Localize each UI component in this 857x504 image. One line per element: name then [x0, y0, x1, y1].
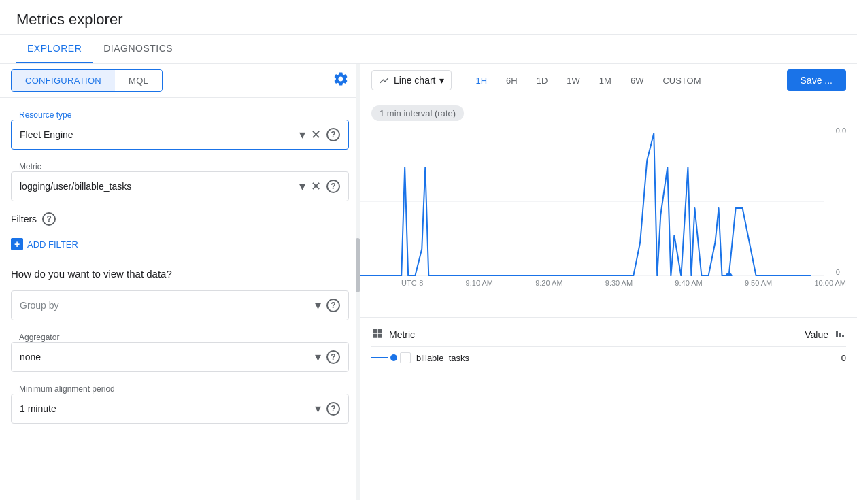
aggregator-icons: ▾ ?: [315, 350, 340, 365]
scrollbar-track: [356, 64, 360, 500]
right-panel: Line chart ▾ 1H 6H 1D 1W 1M 6W CUSTOM Sa…: [360, 64, 857, 500]
time-1m-button[interactable]: 1M: [592, 71, 618, 90]
resource-type-group: Resource type Fleet Engine ▾ ✕ ?: [11, 109, 349, 150]
x-label-1000: 10:00 AM: [815, 279, 846, 287]
tab-explorer[interactable]: EXPLORER: [16, 35, 93, 63]
legend-dot: [390, 354, 397, 361]
time-1h-button[interactable]: 1H: [469, 71, 494, 90]
aggregator-help-icon[interactable]: ?: [326, 350, 340, 364]
interval-badge: 1 min interval (rate): [371, 105, 464, 121]
chart-wrapper: 0.0 0 UTC-8 9:10 AM 9:20 AM: [360, 127, 857, 317]
tab-mql[interactable]: MQL: [115, 70, 162, 91]
resource-type-icons: ▾ ✕ ?: [299, 127, 340, 142]
legend-metric-header: Metric: [389, 329, 415, 340]
tab-diagnostics[interactable]: DIAGNOSTICS: [93, 35, 184, 63]
chart-svg: [360, 127, 857, 276]
aggregator-label: Aggregator: [16, 333, 62, 342]
legend-name: billable_tasks: [416, 353, 469, 363]
aggregator-group: Aggregator none ▾ ?: [11, 331, 349, 372]
x-label-950: 9:50 AM: [745, 279, 772, 287]
min-alignment-value: 1 minute: [20, 403, 315, 414]
page-title: Metrics explorer: [16, 11, 841, 29]
resource-type-clear-icon[interactable]: ✕: [311, 127, 321, 142]
time-6h-button[interactable]: 6H: [499, 71, 524, 90]
aggregator-dropdown-icon[interactable]: ▾: [315, 350, 321, 365]
metric-label: Metric: [16, 162, 44, 171]
time-1w-button[interactable]: 1W: [560, 71, 587, 90]
x-label-930: 9:30 AM: [605, 279, 633, 287]
scrollbar-thumb[interactable]: [356, 238, 360, 292]
chart-area: 1 min interval (rate) 0.0 0: [360, 97, 857, 500]
group-by-dropdown-icon[interactable]: ▾: [315, 298, 321, 313]
metric-help-icon[interactable]: ?: [326, 180, 340, 193]
legend-checkbox[interactable]: [400, 352, 411, 363]
toolbar-divider: [460, 69, 460, 91]
x-label-920: 9:20 AM: [535, 279, 562, 287]
nav-tabs: EXPLORER DIAGNOSTICS: [0, 35, 857, 64]
legend-row-billable-tasks: billable_tasks 0: [371, 347, 846, 369]
add-filter-plus-icon: +: [11, 238, 23, 250]
time-6w-button[interactable]: 6W: [624, 71, 651, 90]
legend-value-header: Value: [805, 329, 828, 340]
metric-dropdown-icon[interactable]: ▾: [299, 179, 305, 194]
x-label-940: 9:40 AM: [675, 279, 702, 287]
filters-row: Filters ?: [11, 212, 349, 226]
x-axis: UTC-8 9:10 AM 9:20 AM 9:30 AM 9:40 AM 9:…: [360, 276, 857, 290]
tab-configuration[interactable]: CONFIGURATION: [12, 70, 115, 91]
group-by-field[interactable]: Group by ▾ ?: [11, 290, 349, 320]
main-layout: CONFIGURATION MQL Resource type Fleet En…: [0, 64, 857, 500]
min-alignment-icons: ▾ ?: [315, 401, 340, 416]
chart-type-dropdown-icon: ▾: [439, 75, 444, 86]
page-header: Metrics explorer: [0, 0, 857, 35]
legend-section: Metric Value billable_tasks 0: [360, 317, 857, 374]
config-tabs: CONFIGURATION MQL: [11, 69, 163, 92]
metric-value: logging/user/billable_tasks: [20, 181, 299, 192]
x-label-utc8: UTC-8: [401, 279, 423, 287]
metric-field[interactable]: logging/user/billable_tasks ▾ ✕ ?: [11, 171, 349, 201]
time-1d-button[interactable]: 1D: [530, 71, 555, 90]
legend-grid-icon: [371, 327, 384, 342]
add-filter-label: ADD FILTER: [27, 239, 78, 250]
resource-type-field[interactable]: Fleet Engine ▾ ✕ ?: [11, 120, 349, 150]
svg-point-3: [726, 273, 733, 276]
min-alignment-field[interactable]: 1 minute ▾ ?: [11, 394, 349, 424]
group-by-help-icon[interactable]: ?: [326, 299, 340, 312]
min-alignment-label: Minimum alignment period: [16, 384, 118, 394]
group-by-value: Group by: [20, 300, 315, 311]
resource-type-dropdown-icon[interactable]: ▾: [299, 127, 305, 142]
gear-icon[interactable]: [333, 71, 349, 91]
config-tabs-row: CONFIGURATION MQL: [0, 64, 360, 98]
filters-label: Filters: [11, 214, 37, 224]
aggregator-field[interactable]: none ▾ ?: [11, 342, 349, 372]
min-alignment-help-icon[interactable]: ?: [326, 402, 340, 416]
legend-dash: [371, 357, 388, 358]
chart-type-label: Line chart: [394, 75, 435, 86]
time-custom-button[interactable]: CUSTOM: [656, 71, 707, 90]
metric-group: Metric logging/user/billable_tasks ▾ ✕ ?: [11, 161, 349, 201]
min-alignment-dropdown-icon[interactable]: ▾: [315, 401, 321, 416]
left-panel-content: Resource type Fleet Engine ▾ ✕ ? Metric …: [0, 98, 360, 446]
x-label-910: 9:10 AM: [466, 279, 493, 287]
metric-clear-icon[interactable]: ✕: [311, 179, 321, 194]
metric-icons: ▾ ✕ ?: [299, 179, 340, 194]
group-by-icons: ▾ ?: [315, 298, 340, 313]
legend-value: 0: [841, 353, 846, 363]
aggregator-value: none: [20, 352, 315, 363]
legend-bars-icon: [834, 328, 846, 342]
legend-line-indicator: [371, 354, 397, 361]
view-data-title: How do you want to view that data?: [11, 268, 349, 280]
resource-type-label: Resource type: [16, 110, 74, 120]
resource-type-help-icon[interactable]: ?: [326, 128, 340, 141]
add-filter-button[interactable]: + ADD FILTER: [11, 234, 349, 254]
resource-type-value: Fleet Engine: [20, 129, 299, 140]
left-panel: CONFIGURATION MQL Resource type Fleet En…: [0, 64, 360, 500]
chart-toolbar: Line chart ▾ 1H 6H 1D 1W 1M 6W CUSTOM Sa…: [360, 64, 857, 97]
chart-type-button[interactable]: Line chart ▾: [371, 70, 452, 90]
min-alignment-group: Minimum alignment period 1 minute ▾ ?: [11, 383, 349, 424]
legend-header: Metric Value: [371, 323, 846, 347]
filters-help-icon[interactable]: ?: [42, 212, 56, 226]
save-button[interactable]: Save ...: [787, 69, 846, 91]
